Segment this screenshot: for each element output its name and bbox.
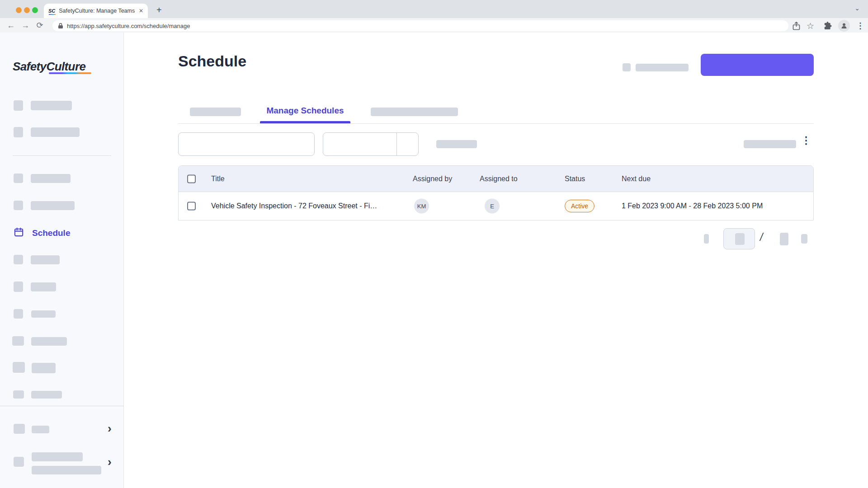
search-filter-input[interactable] <box>178 132 315 156</box>
table-options-kebab-icon[interactable]: ⋮ <box>801 138 811 143</box>
browser-profile-avatar[interactable] <box>838 20 850 32</box>
chevron-right-icon[interactable]: › <box>108 458 112 466</box>
active-tab-underline <box>260 121 350 123</box>
new-tab-button[interactable]: + <box>156 5 162 14</box>
date-filter-input[interactable] <box>323 132 419 156</box>
schedules-table: Title Assigned by Assigned to Status Nex… <box>178 165 814 221</box>
sidebar-skeleton-label <box>31 201 75 210</box>
header-skeleton-icon <box>623 63 631 71</box>
browser-menu-kebab-icon[interactable]: ⋮ <box>856 21 864 31</box>
browser-tab-strip: SC SafetyCulture: Manage Teams and ... ✕… <box>0 0 868 18</box>
window-maximize-button[interactable] <box>32 7 38 13</box>
sidebar-divider <box>13 155 111 156</box>
sidebar-skeleton-label <box>31 174 71 183</box>
header-skeleton-label <box>636 64 689 71</box>
sidebar-skeleton-icon <box>14 282 23 292</box>
tab-label: Manage Schedules <box>266 106 344 115</box>
app-window: SafetyCulture Schedule <box>0 33 868 488</box>
assigned-to-avatar[interactable]: E <box>485 199 500 214</box>
sidebar-skeleton-label <box>32 426 49 433</box>
sidebar-skeleton-icon <box>14 457 24 467</box>
safetyculture-favicon-icon: SC <box>48 9 55 14</box>
sidebar-skeleton-icon <box>14 100 23 111</box>
primary-action-button[interactable] <box>701 54 814 76</box>
logo-gradient-underline <box>49 72 91 74</box>
pagination-current-page-box[interactable] <box>723 228 755 249</box>
sidebar-skeleton-icon <box>13 362 25 373</box>
page-title: Schedule <box>178 52 246 70</box>
sidebar-skeleton-icon <box>14 174 23 183</box>
url-text: https://app.safetyculture.com/schedule/m… <box>67 23 190 29</box>
sidebar-skeleton-icon <box>13 390 24 399</box>
schedule-title-cell[interactable]: Vehicle Safety Inspection - 72 Foveaux S… <box>211 202 377 210</box>
sidebar-skeleton-label <box>31 127 80 137</box>
sidebar-skeleton-label <box>31 391 62 399</box>
lock-icon <box>58 23 63 29</box>
tab-close-icon[interactable]: ✕ <box>139 8 143 14</box>
sidebar-skeleton-label <box>31 310 56 318</box>
filter-skeleton-button[interactable] <box>436 140 477 148</box>
sidebar-skeleton-icon <box>12 336 24 346</box>
sidebar-item-schedule[interactable]: Schedule <box>14 227 70 239</box>
forward-icon[interactable]: → <box>18 21 33 30</box>
sidebar-skeleton-icon <box>14 255 23 264</box>
reload-icon[interactable]: ⟳ <box>33 20 47 30</box>
sidebar-item-label: Schedule <box>32 228 70 238</box>
sidebar: SafetyCulture Schedule <box>0 33 124 488</box>
sidebar-skeleton-label <box>32 452 83 461</box>
safetyculture-logo: SafetyCulture <box>13 60 85 74</box>
row-checkbox[interactable] <box>187 202 196 211</box>
sidebar-skeleton-icon <box>14 309 23 319</box>
address-bar[interactable]: https://app.safetyculture.com/schedule/m… <box>52 20 788 31</box>
assigned-by-avatar[interactable]: KM <box>414 199 429 214</box>
tab-title: SafetyCulture: Manage Teams and ... <box>59 8 135 14</box>
pagination-separator: / <box>760 231 763 244</box>
pagination-total-skeleton <box>780 233 788 245</box>
pagination-next-skeleton[interactable] <box>801 234 807 244</box>
bookmark-star-icon[interactable]: ☆ <box>807 21 814 31</box>
select-all-checkbox[interactable] <box>187 174 196 183</box>
sidebar-skeleton-icon <box>14 201 23 210</box>
column-header-status[interactable]: Status <box>565 175 585 183</box>
sidebar-skeleton-label <box>31 101 72 110</box>
sidebar-skeleton-icon <box>14 127 23 137</box>
sidebar-skeleton-icon <box>14 424 25 434</box>
actions-skeleton-button[interactable] <box>744 140 796 148</box>
tab-search-chevron-icon[interactable]: ⌄ <box>854 5 860 12</box>
window-close-button[interactable] <box>16 7 22 13</box>
pagination-page-skeleton <box>735 233 745 245</box>
sidebar-skeleton-label <box>31 282 56 291</box>
table-header-row: Title Assigned by Assigned to Status Nex… <box>179 166 813 192</box>
sidebar-skeleton-label <box>31 337 67 346</box>
next-due-cell: 1 Feb 2023 9:00 AM - 28 Feb 2023 5:00 PM <box>622 202 763 210</box>
sidebar-skeleton-label <box>32 363 56 373</box>
extensions-puzzle-icon[interactable] <box>823 22 832 30</box>
sidebar-skeleton-label <box>32 466 101 474</box>
pagination-first-skeleton[interactable] <box>704 234 709 244</box>
window-minimize-button[interactable] <box>24 7 30 13</box>
column-header-next-due[interactable]: Next due <box>622 175 651 183</box>
calendar-icon <box>14 227 24 239</box>
column-header-assigned-to[interactable]: Assigned to <box>480 175 518 183</box>
chevron-right-icon[interactable]: › <box>108 424 112 432</box>
table-row[interactable]: Vehicle Safety Inspection - 72 Foveaux S… <box>179 192 813 220</box>
sidebar-bottom-section: › › <box>0 406 124 488</box>
input-segment-divider <box>396 133 397 155</box>
share-icon[interactable] <box>793 22 800 30</box>
column-header-assigned-by[interactable]: Assigned by <box>413 175 452 183</box>
column-header-title[interactable]: Title <box>211 175 225 183</box>
browser-tab[interactable]: SC SafetyCulture: Manage Teams and ... ✕ <box>44 4 148 18</box>
tab-manage-schedules[interactable]: Manage Schedules <box>260 106 350 116</box>
sidebar-skeleton-label <box>31 255 60 264</box>
status-badge: Active <box>565 200 594 212</box>
tab-skeleton[interactable] <box>190 108 241 116</box>
tab-skeleton[interactable] <box>371 108 458 116</box>
back-icon[interactable]: ← <box>4 21 18 30</box>
